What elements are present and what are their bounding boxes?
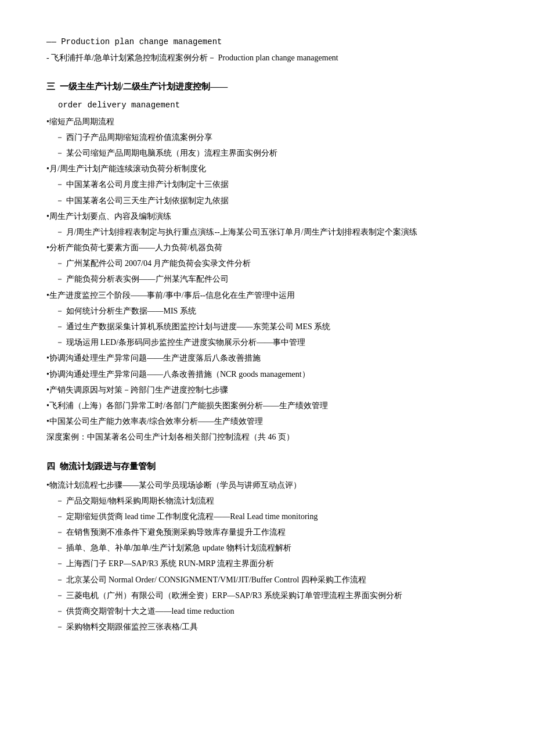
item-s3-4: － 中国某著名公司月度主排产计划制定十三依据 bbox=[56, 177, 488, 192]
top-line-1: —— Production plan change management bbox=[46, 35, 488, 49]
item-s3-1: － 西门子产品周期缩短流程价值流案例分享 bbox=[56, 130, 488, 145]
section-3: 三 一级主生产计划/二级生产计划进度控制—— order delivery ma… bbox=[46, 79, 488, 444]
item-s3-19: •中国某公司生产能力效率表/综合效率分析——生产绩效管理 bbox=[46, 414, 488, 429]
item-s4-8: － 供货商交期管制十大之道——lead time reduction bbox=[56, 604, 488, 618]
item-s3-12: － 如何统计分析生产数据——MIS 系统 bbox=[56, 304, 488, 318]
item-s4-1: － 产品交期短/物料采购周期长物流计划流程 bbox=[56, 494, 488, 508]
section-4-header: 四 物流计划跟进与存量管制 bbox=[46, 459, 488, 474]
item-s4-4: － 插单、急单、补单/加单/生产计划紧急 update 物料计划流程解析 bbox=[56, 541, 488, 555]
item-s3-5: － 中国某著名公司三天生产计划依据制定九依据 bbox=[56, 193, 488, 208]
item-s3-18: •飞利浦（上海）各部门异常工时/各部门产能损失图案例分析——生产绩效管理 bbox=[46, 398, 488, 413]
item-s3-13: － 通过生产数据采集计算机系统图监控计划与进度——东莞某公司 MES 系统 bbox=[56, 319, 488, 334]
item-s3-10: － 产能负荷分析表实例——广州某汽车配件公司 bbox=[56, 272, 488, 286]
item-s4-6: － 北京某公司 Normal Order/ CONSIGNMENT/VMI/JI… bbox=[56, 573, 488, 587]
section-4-title: 物流计划跟进与存量管制 bbox=[60, 459, 156, 474]
item-s3-16: •协调沟通处理生产异常问题——八条改善措施（NCR goods manageme… bbox=[46, 367, 488, 381]
item-s3-0: •缩短产品周期流程 bbox=[46, 114, 488, 129]
item-s3-15: •协调沟通处理生产异常问题——生产进度落后八条改善措施 bbox=[46, 351, 488, 365]
item-s4-7: － 三菱电机（广州）有限公司（欧洲全资）ERP—SAP/R3 系统采购订单管理流… bbox=[56, 588, 488, 603]
item-s4-9: － 采购物料交期跟催监控三张表格/工具 bbox=[56, 620, 488, 634]
item-s3-20: 深度案例：中国某著名公司生产计划各相关部门控制流程（共 46 页） bbox=[46, 430, 488, 444]
item-s3-11: •生产进度监控三个阶段——事前/事中/事后--信息化在生产管理中运用 bbox=[46, 288, 488, 303]
item-s3-8: •分析产能负荷七要素方面——人力负荷/机器负荷 bbox=[46, 240, 488, 255]
item-s4-5: － 上海西门子 ERP—SAP/R3 系统 RUN-MRP 流程主界面分析 bbox=[56, 556, 488, 571]
item-s3-14: － 现场运用 LED/条形码同步监控生产进度实物展示分析——事中管理 bbox=[56, 335, 488, 350]
section-3-number: 三 bbox=[46, 79, 55, 95]
item-s3-9: － 广州某配件公司 2007/04 月产能负荷会实录文件分析 bbox=[56, 256, 488, 271]
item-s3-3: •月/周生产计划产能连续滚动负荷分析制度化 bbox=[46, 161, 488, 176]
page-content: —— Production plan change management - 飞… bbox=[46, 35, 488, 634]
top-section: —— Production plan change management - 飞… bbox=[46, 35, 488, 65]
top-line-2: - 飞利浦扦单/急单计划紧急控制流程案例分析－ Production plan … bbox=[46, 51, 488, 65]
section-3-title: 一级主生产计划/二级生产计划进度控制—— bbox=[60, 79, 228, 95]
item-s3-2: － 某公司缩短产品周期电脑系统（用友）流程主界面实例分析 bbox=[56, 146, 488, 160]
section-3-subtitle: order delivery management bbox=[58, 98, 488, 113]
section-4-number: 四 bbox=[46, 459, 55, 474]
item-s4-3: － 在销售预测不准条件下避免预测采购导致库存量提升工作流程 bbox=[56, 525, 488, 539]
item-s4-0: •物流计划流程七步骤——某公司学员现场诊断（学员与讲师互动点评） bbox=[46, 478, 488, 492]
item-s3-7: － 月/周生产计划排程表制定与执行重点演练--上海某公司五张订单月/周生产计划排… bbox=[56, 225, 488, 239]
item-s3-17: •产销失调原因与对策－跨部门生产进度控制七步骤 bbox=[46, 383, 488, 397]
item-s3-6: •周生产计划要点、内容及编制演练 bbox=[46, 209, 488, 224]
section-3-header: 三 一级主生产计划/二级生产计划进度控制—— bbox=[46, 79, 488, 95]
item-s4-2: － 定期缩短供货商 lead time 工作制度化流程——Real Lead t… bbox=[56, 509, 488, 524]
section-4: 四 物流计划跟进与存量管制 •物流计划流程七步骤——某公司学员现场诊断（学员与讲… bbox=[46, 459, 488, 635]
